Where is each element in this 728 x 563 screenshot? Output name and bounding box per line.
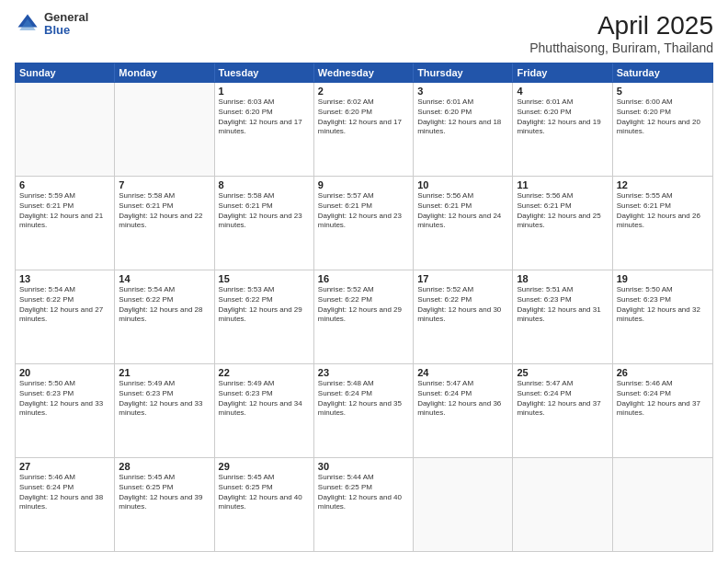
day-info: Sunrise: 5:46 AM Sunset: 6:24 PM Dayligh… [19,473,110,512]
day-cell-28: 28Sunrise: 5:45 AM Sunset: 6:25 PM Dayli… [115,458,214,551]
day-info: Sunrise: 5:50 AM Sunset: 6:23 PM Dayligh… [19,379,110,419]
logo: General Blue [15,11,88,38]
header: General Blue April 2025 Phutthaisong, Bu… [15,11,713,55]
day-cell-9: 9Sunrise: 5:57 AM Sunset: 6:21 PM Daylig… [314,177,414,270]
day-cell-26: 26Sunrise: 5:46 AM Sunset: 6:24 PM Dayli… [613,364,712,457]
day-info: Sunrise: 5:47 AM Sunset: 6:24 PM Dayligh… [417,379,508,419]
day-info: Sunrise: 5:56 AM Sunset: 6:21 PM Dayligh… [517,191,608,231]
day-info: Sunrise: 5:58 AM Sunset: 6:21 PM Dayligh… [219,191,310,231]
day-number: 12 [617,179,709,190]
day-cell-6: 6Sunrise: 5:59 AM Sunset: 6:21 PM Daylig… [16,177,115,270]
day-cell-24: 24Sunrise: 5:47 AM Sunset: 6:24 PM Dayli… [414,364,513,457]
day-info: Sunrise: 5:54 AM Sunset: 6:22 PM Dayligh… [119,285,210,325]
day-number: 5 [617,86,709,97]
day-info: Sunrise: 6:01 AM Sunset: 6:20 PM Dayligh… [417,98,508,137]
week-row-5: 27Sunrise: 5:46 AM Sunset: 6:24 PM Dayli… [16,458,712,551]
day-info: Sunrise: 6:03 AM Sunset: 6:20 PM Dayligh… [219,98,310,137]
day-cell-5: 5Sunrise: 6:00 AM Sunset: 6:20 PM Daylig… [613,83,712,176]
day-number: 26 [617,367,709,378]
day-header-friday: Friday [513,63,612,82]
day-number: 18 [517,273,608,284]
day-cell-3: 3Sunrise: 6:01 AM Sunset: 6:20 PM Daylig… [414,83,513,176]
day-header-tuesday: Tuesday [215,63,314,82]
day-cell-empty-4-6 [613,458,712,551]
day-number: 9 [318,179,409,190]
day-info: Sunrise: 6:02 AM Sunset: 6:20 PM Dayligh… [318,98,409,137]
day-info: Sunrise: 5:45 AM Sunset: 6:25 PM Dayligh… [119,473,210,512]
day-number: 15 [219,273,310,284]
day-cell-29: 29Sunrise: 5:45 AM Sunset: 6:25 PM Dayli… [215,458,314,551]
logo-general: General [44,11,88,24]
day-cell-17: 17Sunrise: 5:52 AM Sunset: 6:22 PM Dayli… [414,270,513,363]
day-header-thursday: Thursday [414,63,513,82]
day-cell-12: 12Sunrise: 5:55 AM Sunset: 6:21 PM Dayli… [613,177,712,270]
day-info: Sunrise: 5:55 AM Sunset: 6:21 PM Dayligh… [617,191,709,231]
week-row-3: 13Sunrise: 5:54 AM Sunset: 6:22 PM Dayli… [16,270,712,364]
day-info: Sunrise: 6:00 AM Sunset: 6:20 PM Dayligh… [617,98,709,137]
day-cell-8: 8Sunrise: 5:58 AM Sunset: 6:21 PM Daylig… [215,177,314,270]
day-number: 7 [119,179,210,190]
day-number: 4 [517,86,608,97]
day-number: 13 [19,273,110,284]
day-cell-19: 19Sunrise: 5:50 AM Sunset: 6:23 PM Dayli… [613,270,712,363]
day-cell-empty-4-4 [414,458,513,551]
day-cell-11: 11Sunrise: 5:56 AM Sunset: 6:21 PM Dayli… [513,177,612,270]
day-cell-empty-0-0 [16,83,115,176]
day-cell-27: 27Sunrise: 5:46 AM Sunset: 6:24 PM Dayli… [16,458,115,551]
day-number: 2 [318,86,409,97]
day-info: Sunrise: 5:56 AM Sunset: 6:21 PM Dayligh… [417,191,508,231]
day-number: 20 [19,367,110,378]
day-cell-14: 14Sunrise: 5:54 AM Sunset: 6:22 PM Dayli… [115,270,214,363]
day-number: 14 [119,273,210,284]
day-info: Sunrise: 5:59 AM Sunset: 6:21 PM Dayligh… [19,191,110,231]
day-number: 1 [219,86,310,97]
day-info: Sunrise: 5:58 AM Sunset: 6:21 PM Dayligh… [119,191,210,231]
day-info: Sunrise: 5:46 AM Sunset: 6:24 PM Dayligh… [617,379,709,419]
day-number: 8 [219,179,310,190]
day-number: 23 [318,367,409,378]
day-info: Sunrise: 5:51 AM Sunset: 6:23 PM Dayligh… [517,285,608,325]
day-info: Sunrise: 5:49 AM Sunset: 6:23 PM Dayligh… [219,379,310,419]
day-info: Sunrise: 5:54 AM Sunset: 6:22 PM Dayligh… [19,285,110,325]
day-header-sunday: Sunday [16,63,115,82]
week-row-2: 6Sunrise: 5:59 AM Sunset: 6:21 PM Daylig… [16,177,712,270]
calendar-body: 1Sunrise: 6:03 AM Sunset: 6:20 PM Daylig… [15,83,713,552]
day-cell-16: 16Sunrise: 5:52 AM Sunset: 6:22 PM Dayli… [314,270,414,363]
day-cell-empty-4-5 [513,458,612,551]
day-cell-2: 2Sunrise: 6:02 AM Sunset: 6:20 PM Daylig… [314,83,414,176]
day-info: Sunrise: 5:47 AM Sunset: 6:24 PM Dayligh… [517,379,608,419]
day-number: 21 [119,367,210,378]
day-info: Sunrise: 6:01 AM Sunset: 6:20 PM Dayligh… [517,98,608,137]
day-info: Sunrise: 5:53 AM Sunset: 6:22 PM Dayligh… [219,285,310,325]
day-header-monday: Monday [115,63,214,82]
day-number: 17 [417,273,508,284]
calendar-header: SundayMondayTuesdayWednesdayThursdayFrid… [15,63,713,83]
day-cell-23: 23Sunrise: 5:48 AM Sunset: 6:24 PM Dayli… [314,364,414,457]
day-cell-4: 4Sunrise: 6:01 AM Sunset: 6:20 PM Daylig… [513,83,612,176]
day-cell-15: 15Sunrise: 5:53 AM Sunset: 6:22 PM Dayli… [215,270,314,363]
calendar-title: April 2025 [529,11,713,40]
day-info: Sunrise: 5:49 AM Sunset: 6:23 PM Dayligh… [119,379,210,419]
day-number: 24 [417,367,508,378]
day-number: 10 [417,179,508,190]
day-cell-13: 13Sunrise: 5:54 AM Sunset: 6:22 PM Dayli… [16,270,115,363]
day-info: Sunrise: 5:57 AM Sunset: 6:21 PM Dayligh… [318,191,409,231]
day-number: 3 [417,86,508,97]
logo-text: General Blue [44,11,88,38]
logo-blue: Blue [44,24,88,37]
day-cell-21: 21Sunrise: 5:49 AM Sunset: 6:23 PM Dayli… [115,364,214,457]
day-number: 11 [517,179,608,190]
day-cell-1: 1Sunrise: 6:03 AM Sunset: 6:20 PM Daylig… [215,83,314,176]
day-info: Sunrise: 5:44 AM Sunset: 6:25 PM Dayligh… [318,473,409,512]
day-info: Sunrise: 5:52 AM Sunset: 6:22 PM Dayligh… [318,285,409,325]
calendar: SundayMondayTuesdayWednesdayThursdayFrid… [15,63,713,552]
title-block: April 2025 Phutthaisong, Buriram, Thaila… [529,11,713,55]
day-header-wednesday: Wednesday [314,63,414,82]
day-cell-30: 30Sunrise: 5:44 AM Sunset: 6:25 PM Dayli… [314,458,414,551]
logo-icon [15,11,40,37]
day-cell-7: 7Sunrise: 5:58 AM Sunset: 6:21 PM Daylig… [115,177,214,270]
day-number: 27 [19,461,110,472]
day-header-saturday: Saturday [613,63,712,82]
day-cell-22: 22Sunrise: 5:49 AM Sunset: 6:23 PM Dayli… [215,364,314,457]
day-number: 30 [318,461,409,472]
